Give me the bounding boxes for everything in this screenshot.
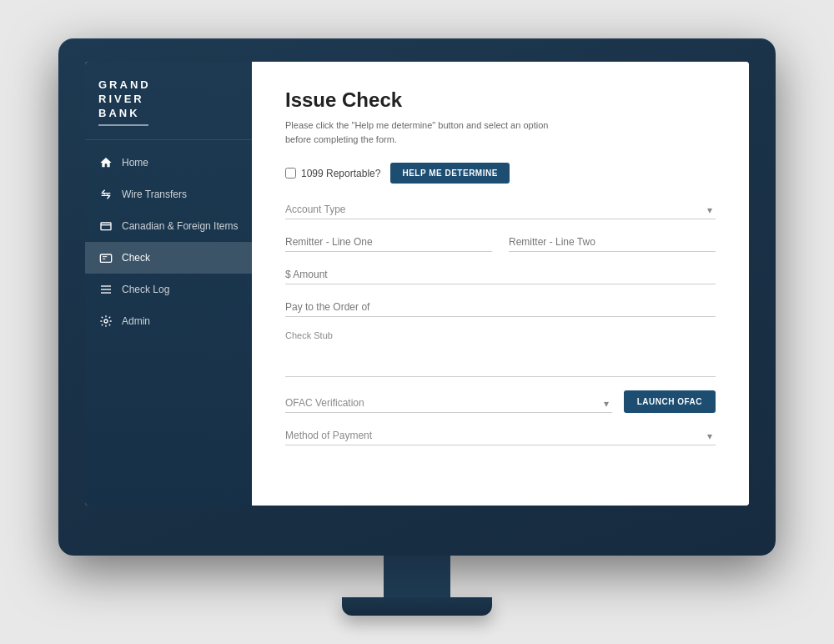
remitter-line2-input[interactable] (509, 233, 716, 252)
sidebar-item-canadian-label: Canadian & Foreign Items (122, 220, 238, 232)
account-type-group: Account Type (285, 200, 716, 219)
sidebar-item-check-label: Check (122, 252, 150, 264)
sidebar-logo: GRANDRIVERBANK (85, 62, 252, 140)
ofac-group: OFAC Verification (285, 394, 612, 413)
sidebar-item-wire-transfers[interactable]: Wire Transfers (85, 179, 252, 210)
checkbox-row: 1099 Reportable? HELP ME DETERMINE (285, 163, 716, 184)
monitor-stand-neck (384, 556, 450, 597)
sidebar-item-check-log[interactable]: Check Log (85, 274, 252, 305)
help-me-determine-button[interactable]: HELP ME DETERMINE (390, 163, 509, 184)
remitter-row (285, 233, 716, 252)
account-type-select-wrapper: Account Type (285, 200, 716, 219)
amount-group (285, 265, 716, 284)
reportable-checkbox-label[interactable]: 1099 Reportable? (285, 168, 380, 179)
monitor-screen: GRANDRIVERBANK Home Wire Transfers (85, 62, 749, 506)
wire-transfers-icon (98, 187, 113, 202)
page-title: Issue Check (285, 88, 716, 112)
sidebar-item-home[interactable]: Home (85, 147, 252, 179)
monitor-bezel: GRANDRIVERBANK Home Wire Transfers (58, 38, 776, 556)
sidebar-item-checklog-label: Check Log (122, 284, 169, 295)
reportable-checkbox[interactable] (285, 168, 296, 179)
method-of-payment-group: Method of Payment (285, 426, 716, 445)
check-icon (98, 250, 113, 265)
check-log-icon (98, 282, 113, 297)
pay-to-input[interactable] (285, 298, 716, 317)
account-type-select[interactable]: Account Type (285, 200, 716, 219)
check-stub-textarea[interactable] (285, 344, 716, 377)
sidebar-item-wire-label: Wire Transfers (122, 189, 187, 200)
admin-icon (98, 314, 113, 329)
pay-to-group (285, 298, 716, 317)
sidebar-item-check[interactable]: Check (85, 242, 252, 274)
svg-rect-1 (100, 254, 111, 262)
main-content: Issue Check Please click the "Help me de… (252, 62, 749, 506)
ofac-select-wrapper: OFAC Verification (285, 394, 612, 413)
method-select-wrapper: Method of Payment (285, 426, 716, 445)
svg-rect-0 (101, 223, 111, 230)
amount-input[interactable] (285, 265, 716, 284)
monitor: GRANDRIVERBANK Home Wire Transfers (58, 38, 776, 606)
canadian-foreign-icon (98, 219, 113, 234)
logo-text: GRANDRIVERBANK (98, 78, 239, 121)
remitter-line1-group (285, 233, 492, 252)
sidebar-item-canadian-foreign[interactable]: Canadian & Foreign Items (85, 210, 252, 242)
ofac-row: OFAC Verification LAUNCH OFAC (285, 390, 716, 413)
sidebar-item-admin[interactable]: Admin (85, 305, 252, 337)
method-of-payment-select[interactable]: Method of Payment (285, 426, 716, 445)
check-stub-label: Check Stub (285, 330, 716, 340)
ofac-select[interactable]: OFAC Verification (285, 394, 612, 413)
monitor-stand-base (342, 597, 492, 616)
sidebar: GRANDRIVERBANK Home Wire Transfers (85, 62, 252, 506)
reportable-label-text: 1099 Reportable? (301, 168, 380, 179)
check-stub-group: Check Stub (285, 330, 716, 377)
remitter-line1-input[interactable] (285, 233, 492, 252)
page-description: Please click the "Help me determine" but… (285, 118, 552, 146)
launch-ofac-button[interactable]: LAUNCH OFAC (624, 390, 716, 413)
svg-point-5 (104, 319, 108, 323)
logo-divider (98, 124, 148, 126)
sidebar-item-home-label: Home (122, 157, 148, 169)
remitter-line2-group (509, 233, 716, 252)
home-icon (98, 155, 113, 170)
sidebar-item-admin-label: Admin (122, 315, 150, 327)
